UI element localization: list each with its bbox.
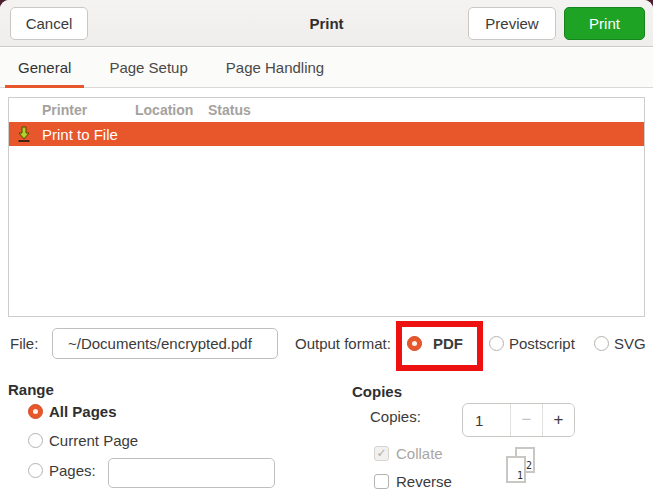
radio-all-pages[interactable]	[28, 404, 43, 419]
save-to-file-icon	[16, 126, 32, 143]
collate-label[interactable]: Collate	[396, 445, 443, 462]
radio-current-page-label[interactable]: Current Page	[49, 432, 138, 449]
tab-page-handling[interactable]: Page Handling	[213, 48, 337, 87]
copies-decrease-button[interactable]: −	[511, 404, 543, 436]
collate-preview-page-2-number: 2	[526, 460, 532, 471]
copies-heading: Copies	[352, 383, 402, 400]
copies-value-input[interactable]: 1	[463, 404, 511, 436]
radio-svg[interactable]	[594, 336, 609, 351]
tab-page-setup[interactable]: Page Setup	[96, 48, 200, 87]
tab-general[interactable]: General	[5, 48, 84, 87]
column-header-printer[interactable]: Printer	[42, 102, 87, 118]
reverse-checkbox[interactable]	[374, 474, 389, 489]
column-header-location[interactable]: Location	[135, 102, 193, 118]
preview-button[interactable]: Preview	[468, 7, 556, 40]
radio-pdf-label[interactable]: PDF	[433, 335, 463, 352]
collate-checkbox[interactable]: ✓	[374, 446, 389, 461]
printer-list-header: Printer Location Status	[9, 98, 644, 122]
radio-all-pages-label[interactable]: All Pages	[49, 403, 117, 420]
radio-current-page[interactable]	[28, 433, 43, 448]
copies-label: Copies:	[370, 408, 421, 425]
output-format-label: Output format:	[295, 335, 391, 352]
radio-pdf[interactable]	[407, 336, 422, 351]
copies-stepper: 1 − +	[462, 403, 575, 437]
printer-row-print-to-file[interactable]: Print to File	[9, 122, 644, 146]
radio-postscript-label[interactable]: Postscript	[509, 335, 575, 352]
radio-pages-label[interactable]: Pages:	[49, 462, 96, 479]
pages-range-input[interactable]	[108, 458, 275, 488]
printer-row-label: Print to File	[42, 126, 118, 143]
printer-list: Printer Location Status Print to File	[8, 97, 645, 317]
print-dialog: Cancel Print Preview Print General Page …	[0, 0, 653, 503]
collate-preview-page-1-icon: 1	[506, 456, 526, 483]
header-bar: Cancel Print Preview Print	[0, 0, 653, 47]
radio-svg-label[interactable]: SVG	[614, 335, 646, 352]
collate-preview-page-1-number: 1	[517, 470, 523, 481]
range-heading: Range	[8, 381, 54, 398]
reverse-label[interactable]: Reverse	[396, 473, 452, 490]
copies-increase-button[interactable]: +	[543, 404, 574, 436]
tab-bar: General Page Setup Page Handling	[0, 48, 653, 88]
radio-pages[interactable]	[28, 463, 43, 478]
file-path-input[interactable]: ~/Documents/encrypted.pdf	[52, 328, 278, 359]
file-label: File:	[10, 335, 38, 352]
radio-postscript[interactable]	[489, 336, 504, 351]
print-button[interactable]: Print	[564, 7, 645, 40]
column-header-status[interactable]: Status	[208, 102, 251, 118]
